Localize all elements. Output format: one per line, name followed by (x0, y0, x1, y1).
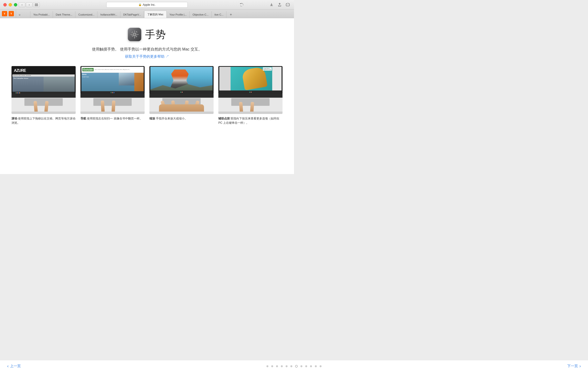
address-bar[interactable]: 🔒 Apple Inc. (106, 2, 188, 8)
main-content: 手势 使用触摸手势。 使用手势以一种更自然的方式与您的 Mac 交互。 获取关于… (0, 18, 294, 174)
svg-rect-15 (136, 31, 137, 32)
sidebar-toggle-button[interactable] (33, 2, 40, 7)
svg-rect-10 (130, 34, 132, 35)
gesture-caption-swipe: 导航 使用双指左右轻扫一 就像在书中翻页一样。 (80, 116, 145, 121)
page-subtitle: 使用触摸手势。 使用手势以一种更自然的方式与您的 Mac 交互。 (92, 47, 202, 52)
gesture-image-secondary: Design ReportApplication Guide (218, 66, 283, 114)
reload-icon (240, 3, 244, 7)
svg-rect-11 (137, 34, 139, 35)
chevron-left-icon: ‹ (21, 3, 22, 6)
tab-learn-mac[interactable]: 了解您的 Mac (144, 10, 167, 18)
download-icon[interactable] (269, 2, 274, 8)
page-header-icon-title: 手势 (128, 28, 166, 41)
gesture-image-scroll: AZURE ARCHITECTURE DESIGN INTERIORS The … (11, 66, 76, 114)
tab-hollance[interactable]: hollance/MH... (97, 11, 120, 18)
nav-buttons: ‹ › (19, 2, 32, 7)
tab-objective-c[interactable]: Objective-C... (190, 11, 212, 18)
tab-your-profile[interactable]: Your Profile |... (167, 11, 190, 18)
reload-button[interactable] (239, 2, 245, 8)
svg-point-7 (134, 33, 136, 35)
tab-customized[interactable]: Customized... (75, 11, 97, 18)
url-text: Apple Inc. (143, 3, 155, 6)
lock-icon: 🔒 (138, 3, 142, 6)
tab-view-icon (286, 3, 290, 7)
tab-you-probably[interactable]: You Probabl... (31, 11, 53, 18)
close-button[interactable] (3, 3, 7, 6)
svg-rect-8 (134, 31, 135, 32)
favicon-y1[interactable]: Y (2, 11, 7, 16)
sidebar-icon (35, 4, 38, 6)
favicon-y2[interactable]: Y (9, 11, 14, 16)
titlebar: ‹ › 🔒 Apple Inc. (0, 0, 294, 10)
gesture-image-pinch (149, 66, 214, 114)
gesture-item-scroll: AZURE ARCHITECTURE DESIGN INTERIORS The … (11, 66, 76, 125)
forward-button[interactable]: › (26, 2, 32, 7)
svg-rect-0 (35, 4, 38, 4)
tab-tive-c[interactable]: tive C... (212, 11, 227, 18)
new-tab-button[interactable]: + (227, 11, 234, 18)
svg-rect-5 (287, 3, 289, 4)
app-icon (128, 28, 141, 41)
gesture-grid: AZURE ARCHITECTURE DESIGN INTERIORS The … (11, 66, 283, 125)
tabbar: Y Y u You Probabl... Dark Theme... Custo… (0, 10, 294, 18)
gesture-item-secondary: Design ReportApplication Guide (218, 66, 283, 125)
gesture-image-swipe: Outside News | Travel | Fitness | Advent… (80, 66, 145, 114)
back-button[interactable]: ‹ (19, 2, 25, 7)
toolbar-right (261, 2, 291, 8)
maximize-button[interactable] (14, 3, 17, 6)
tab-dark-theme[interactable]: Dark Theme... (53, 11, 76, 18)
download-arrow-icon (270, 3, 273, 7)
svg-rect-12 (131, 31, 133, 33)
page-title: 手势 (145, 28, 166, 41)
tab-u[interactable]: u (16, 11, 31, 18)
gesture-item-swipe: Outside News | Travel | Fitness | Advent… (80, 66, 145, 125)
gesture-caption-secondary: 辅助点按 双指向下按压来查看更多选项（如同在 PC 上右键单击一样）。 (218, 116, 283, 125)
minimize-button[interactable] (9, 3, 12, 6)
svg-rect-9 (134, 37, 135, 39)
gesture-caption-scroll: 滚动 使用双指上下拖移以在文稿、网页等地方滚动浏览。 (11, 116, 76, 125)
gesture-caption-pinch: 缩放 手指开合来放大或缩小。 (149, 116, 214, 121)
gesture-item-pinch: 缩放 手指开合来放大或缩小。 (149, 66, 214, 125)
tab-favicon-area: Y Y (0, 10, 16, 18)
tab-dktabpage[interactable]: DKTabPageV... (120, 11, 144, 18)
help-link[interactable]: 获取关于手势的更多帮助 ↗ (125, 54, 169, 59)
share-icon[interactable] (277, 2, 283, 8)
svg-rect-1 (35, 5, 38, 5)
share-arrow-icon (278, 3, 282, 7)
traffic-lights (0, 3, 17, 6)
svg-rect-2 (35, 6, 38, 6)
new-tab-icon[interactable] (285, 2, 291, 8)
gear-svg-icon (130, 30, 139, 39)
chevron-right-icon: › (29, 3, 30, 6)
